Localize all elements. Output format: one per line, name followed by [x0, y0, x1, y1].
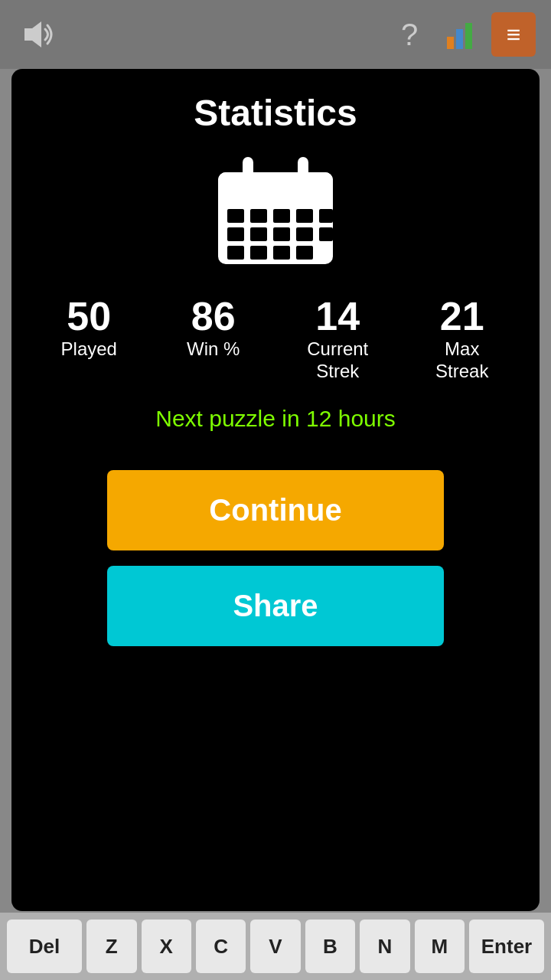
top-bar-right: ? ≡	[387, 12, 536, 57]
svg-rect-22	[296, 246, 313, 260]
svg-rect-12	[296, 209, 313, 223]
svg-marker-0	[24, 21, 41, 47]
stats-row: 50 Played 86 Win % 14 CurrentStrek 21 Ma…	[27, 295, 524, 383]
top-bar-left	[15, 12, 60, 57]
stat-played-label: Played	[61, 338, 117, 361]
help-button[interactable]: ?	[387, 12, 432, 57]
svg-rect-20	[250, 246, 267, 260]
svg-rect-18	[319, 227, 333, 241]
keyboard-row: Del Z X C V B N M Enter	[0, 913, 551, 980]
svg-rect-13	[319, 209, 333, 223]
stat-win: 86 Win %	[164, 295, 263, 383]
svg-rect-11	[273, 209, 290, 223]
svg-rect-2	[456, 29, 463, 49]
svg-rect-1	[447, 37, 454, 49]
stat-played: 50 Played	[39, 295, 139, 383]
calendar-icon	[210, 149, 341, 272]
svg-rect-19	[227, 246, 244, 260]
menu-button[interactable]: ≡	[491, 12, 536, 57]
stat-current-streak-number: 14	[315, 295, 360, 338]
help-icon: ?	[401, 18, 418, 52]
svg-rect-9	[227, 209, 244, 223]
svg-rect-16	[273, 227, 290, 241]
svg-rect-17	[296, 227, 313, 241]
svg-rect-8	[298, 157, 308, 183]
chart-button[interactable]	[439, 12, 484, 57]
stat-max-streak-label: MaxStreak	[435, 338, 488, 383]
speaker-button[interactable]	[15, 12, 60, 57]
stat-current-streak-label: CurrentStrek	[307, 338, 368, 383]
key-m[interactable]: M	[415, 920, 465, 973]
svg-rect-21	[273, 246, 290, 260]
key-v[interactable]: V	[250, 920, 300, 973]
key-c[interactable]: C	[196, 920, 246, 973]
share-button[interactable]: Share	[107, 566, 444, 646]
svg-rect-10	[250, 209, 267, 223]
stat-current-streak: 14 CurrentStrek	[288, 295, 387, 383]
svg-rect-15	[250, 227, 267, 241]
svg-rect-14	[227, 227, 244, 241]
key-x[interactable]: X	[142, 920, 191, 973]
key-b[interactable]: B	[305, 920, 355, 973]
continue-button[interactable]: Continue	[107, 470, 444, 550]
svg-rect-7	[243, 157, 253, 183]
key-enter[interactable]: Enter	[469, 920, 544, 973]
svg-rect-3	[465, 23, 472, 49]
key-n[interactable]: N	[360, 920, 409, 973]
top-bar: ? ≡	[0, 0, 551, 69]
key-z[interactable]: Z	[86, 920, 136, 973]
stat-win-number: 86	[191, 295, 236, 338]
stat-max-streak-number: 21	[440, 295, 484, 338]
stat-played-number: 50	[67, 295, 111, 338]
next-puzzle-text: Next puzzle in 12 hours	[155, 406, 396, 432]
stats-modal: Statistics	[11, 69, 540, 911]
stat-win-label: Win %	[187, 338, 240, 361]
modal-title: Statistics	[194, 92, 357, 134]
stat-max-streak: 21 MaxStreak	[412, 295, 512, 383]
svg-rect-6	[218, 188, 333, 201]
menu-icon: ≡	[507, 21, 521, 49]
key-del[interactable]: Del	[7, 920, 82, 973]
